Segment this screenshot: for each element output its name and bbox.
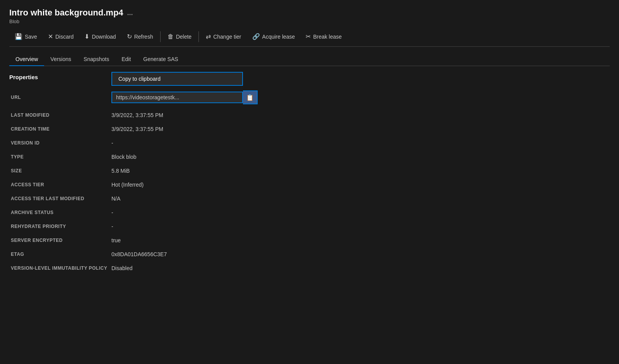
- change-tier-icon: ⇄: [206, 33, 211, 40]
- prop-key-type: TYPE: [9, 150, 110, 164]
- table-row: ACCESS TIER LAST MODIFIED N/A: [9, 192, 610, 206]
- discard-label: Discard: [55, 34, 74, 40]
- discard-button[interactable]: ✕ Discard: [43, 31, 79, 43]
- save-icon: 💾: [15, 33, 22, 40]
- discard-icon: ✕: [48, 33, 53, 40]
- change-tier-label: Change tier: [213, 34, 241, 40]
- table-row: SIZE 5.8 MiB: [9, 164, 610, 178]
- page-title: Intro white background.mp4: [9, 8, 123, 18]
- prop-value-etag: 0x8DA01DA6656C3E7: [110, 247, 610, 261]
- url-field-wrapper: Copy to clipboard 📋: [111, 90, 258, 104]
- table-row: URL Copy to clipboard 📋: [9, 87, 610, 108]
- prop-value-rehydrate-priority: -: [110, 219, 610, 233]
- save-label: Save: [25, 34, 37, 40]
- table-row: VERSION ID -: [9, 136, 610, 150]
- tab-bar: Overview Versions Snapshots Edit Generat…: [9, 53, 610, 66]
- prop-key-etag: ETAG: [9, 247, 110, 261]
- copy-to-clipboard-button[interactable]: 📋: [243, 90, 258, 104]
- prop-value-last-modified: 3/9/2022, 3:37:55 PM: [110, 108, 610, 122]
- prop-key-url: URL: [9, 87, 110, 108]
- prop-value-access-tier: Hot (Inferred): [110, 178, 610, 192]
- copy-icon: 📋: [246, 94, 254, 101]
- prop-value-size: 5.8 MiB: [110, 164, 610, 178]
- url-input[interactable]: [111, 92, 243, 103]
- table-row: ARCHIVE STATUS -: [9, 206, 610, 219]
- tab-snapshots[interactable]: Snapshots: [77, 53, 115, 66]
- table-row: REHYDRATE PRIORITY -: [9, 219, 610, 233]
- tab-generate-sas[interactable]: Generate SAS: [137, 53, 184, 66]
- prop-key-last-modified: LAST MODIFIED: [9, 108, 110, 122]
- table-row: VERSION-LEVEL IMMUTABILITY POLICY Disabl…: [9, 261, 610, 275]
- refresh-button[interactable]: ↻ Refresh: [121, 31, 159, 43]
- prop-key-version-id: VERSION ID: [9, 136, 110, 150]
- prop-key-archive-status: ARCHIVE STATUS: [9, 206, 110, 219]
- more-options-icon[interactable]: ...: [127, 9, 133, 17]
- page-subtitle: Blob: [9, 19, 610, 24]
- page-title-row: Intro white background.mp4 ...: [9, 8, 610, 18]
- refresh-icon: ↻: [127, 33, 132, 40]
- table-row: ETAG 0x8DA01DA6656C3E7: [9, 247, 610, 261]
- delete-label: Delete: [176, 34, 192, 40]
- tab-edit[interactable]: Edit: [115, 53, 137, 66]
- download-label: Download: [92, 34, 116, 40]
- acquire-lease-label: Acquire lease: [262, 34, 295, 40]
- prop-value-creation-time: 3/9/2022, 3:37:55 PM: [110, 122, 610, 136]
- prop-key-size: SIZE: [9, 164, 110, 178]
- table-row: TYPE Block blob: [9, 150, 610, 164]
- prop-value-url: Copy to clipboard 📋: [110, 87, 610, 108]
- table-row: ACCESS TIER Hot (Inferred): [9, 178, 610, 192]
- prop-key-rehydrate-priority: REHYDRATE PRIORITY: [9, 219, 110, 233]
- prop-key-creation-time: CREATION TIME: [9, 122, 110, 136]
- properties-section-title: Properties: [9, 74, 610, 80]
- prop-key-access-tier: ACCESS TIER: [9, 178, 110, 192]
- download-icon: ⬇: [84, 33, 89, 40]
- break-lease-button[interactable]: ✂ Break lease: [300, 31, 347, 43]
- prop-value-archive-status: -: [110, 206, 610, 219]
- tab-versions[interactable]: Versions: [44, 53, 77, 66]
- change-tier-button[interactable]: ⇄ Change tier: [200, 31, 246, 43]
- toolbar: 💾 Save ✕ Discard ⬇ Download ↻ Refresh 🗑 …: [9, 31, 610, 47]
- properties-table: URL Copy to clipboard 📋: [9, 87, 610, 275]
- delete-icon: 🗑: [168, 33, 174, 40]
- separator-2: [198, 31, 199, 42]
- table-row: CREATION TIME 3/9/2022, 3:37:55 PM: [9, 122, 610, 136]
- prop-key-immutability-policy: VERSION-LEVEL IMMUTABILITY POLICY: [9, 261, 110, 275]
- acquire-lease-icon: 🔗: [252, 33, 260, 40]
- delete-button[interactable]: 🗑 Delete: [162, 31, 197, 43]
- table-row: SERVER ENCRYPTED true: [9, 233, 610, 247]
- prop-key-server-encrypted: SERVER ENCRYPTED: [9, 233, 110, 247]
- download-button[interactable]: ⬇ Download: [79, 31, 121, 43]
- prop-key-access-tier-last-modified: ACCESS TIER LAST MODIFIED: [9, 192, 110, 206]
- tab-overview[interactable]: Overview: [9, 53, 44, 66]
- save-button[interactable]: 💾 Save: [9, 31, 43, 43]
- prop-value-access-tier-last-modified: N/A: [110, 192, 610, 206]
- break-lease-icon: ✂: [306, 33, 311, 40]
- table-row: LAST MODIFIED 3/9/2022, 3:37:55 PM: [9, 108, 610, 122]
- break-lease-label: Break lease: [313, 34, 342, 40]
- prop-value-immutability-policy: Disabled: [110, 261, 610, 275]
- acquire-lease-button[interactable]: 🔗 Acquire lease: [247, 31, 301, 43]
- prop-value-type: Block blob: [110, 150, 610, 164]
- refresh-label: Refresh: [134, 34, 153, 40]
- prop-value-version-id: -: [110, 136, 610, 150]
- prop-value-server-encrypted: true: [110, 233, 610, 247]
- page-container: Intro white background.mp4 ... Blob 💾 Sa…: [0, 0, 619, 283]
- separator-1: [160, 31, 161, 42]
- content-area: Properties URL Copy to clipboard: [9, 74, 610, 275]
